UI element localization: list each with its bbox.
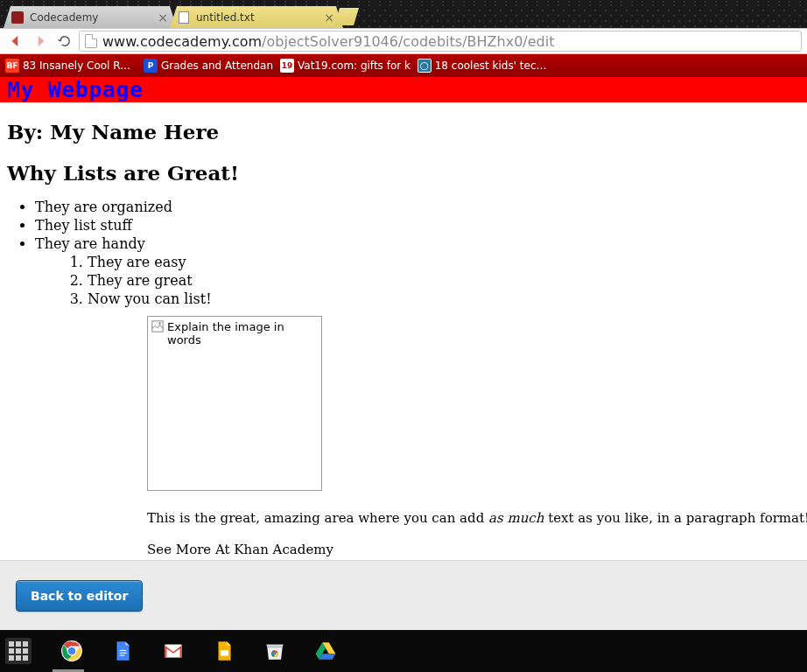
list-item: They list stuff (35, 217, 800, 234)
tab-label: Codecademy (30, 11, 156, 24)
back-button[interactable] (5, 31, 26, 52)
tab-label: untitled.txt (196, 11, 322, 24)
see-more-link[interactable]: See More At Khan Academy (147, 542, 807, 557)
svg-rect-8 (165, 644, 182, 657)
close-icon[interactable]: × (322, 10, 336, 24)
editor-footer: Back to editor (0, 560, 807, 630)
paragraph: This is the great, amazing area where yo… (147, 510, 807, 526)
forward-button[interactable] (30, 31, 51, 52)
list-item: They are easy (88, 254, 807, 270)
broken-image-icon (151, 320, 164, 332)
unordered-list: They are organized They list stuff They … (7, 199, 800, 252)
bookmark-item[interactable]: ◯18 coolest kids' tech t (418, 59, 549, 73)
close-icon[interactable]: × (156, 10, 170, 24)
ordered-list: They are easy They are great Now you can… (0, 254, 807, 307)
svg-rect-7 (120, 654, 124, 655)
svg-point-1 (158, 322, 160, 324)
svg-rect-6 (120, 653, 127, 654)
page-title: My Webpage (7, 77, 800, 102)
bookmark-item[interactable]: 19Vat19.com: gifts for k (280, 59, 411, 73)
favicon-textfile (177, 10, 191, 24)
favicon-codecademy (11, 10, 25, 24)
bookmark-icon: P (144, 59, 158, 73)
list-item: Now you can list! (88, 290, 807, 307)
tab-untitled[interactable]: untitled.txt × (170, 6, 343, 28)
chrome-icon[interactable] (60, 639, 84, 663)
address-bar[interactable]: www.codecademy.com/objectSolver91046/cod… (79, 31, 802, 52)
svg-rect-9 (221, 650, 228, 656)
bookmark-item[interactable]: BF83 Insanely Cool Rem (5, 59, 137, 73)
toolbar: www.codecademy.com/objectSolver91046/cod… (0, 28, 807, 54)
page-title-bar: My Webpage (0, 77, 807, 102)
apps-launcher-button[interactable] (5, 638, 32, 664)
webstore-icon[interactable] (263, 639, 287, 663)
bookmark-icon: 19 (280, 59, 294, 73)
list-item: They are great (88, 272, 807, 289)
broken-image-alt: Explain the image in words (167, 320, 318, 346)
svg-rect-5 (120, 650, 127, 651)
bookmark-icon: BF (5, 59, 19, 73)
new-tab-button[interactable] (334, 8, 359, 25)
list-item: They are organized (35, 199, 800, 215)
section-heading: Why Lists are Great! (7, 161, 800, 185)
broken-image: Explain the image in words (147, 316, 322, 491)
bookmark-item[interactable]: PGrades and Attendan (144, 59, 273, 73)
rendered-page: My Webpage By: My Name Here Why Lists ar… (0, 77, 807, 557)
page-viewport: My Webpage By: My Name Here Why Lists ar… (0, 77, 807, 628)
docs-icon[interactable] (110, 639, 135, 663)
slides-icon[interactable] (212, 639, 236, 663)
gmail-icon[interactable] (161, 639, 186, 663)
byline: By: My Name Here (7, 120, 800, 144)
bookmarks-bar: BF83 Insanely Cool Rem PGrades and Atten… (0, 54, 807, 77)
url-path: /objectSolver91046/codebits/BHZhx0/edit (262, 33, 554, 50)
back-to-editor-button[interactable]: Back to editor (16, 580, 143, 612)
tab-strip: Codecademy × untitled.txt × (0, 4, 807, 28)
bookmark-icon: ◯ (418, 59, 432, 73)
url-host: www.codecademy.com (102, 33, 262, 50)
tab-codecademy[interactable]: Codecademy × (4, 6, 177, 28)
taskbar (0, 630, 807, 672)
list-item: They are handy (35, 235, 800, 252)
drive-icon[interactable] (313, 639, 338, 663)
reload-button[interactable] (54, 31, 75, 52)
page-icon (85, 34, 97, 48)
taskbar-icons (60, 639, 338, 663)
